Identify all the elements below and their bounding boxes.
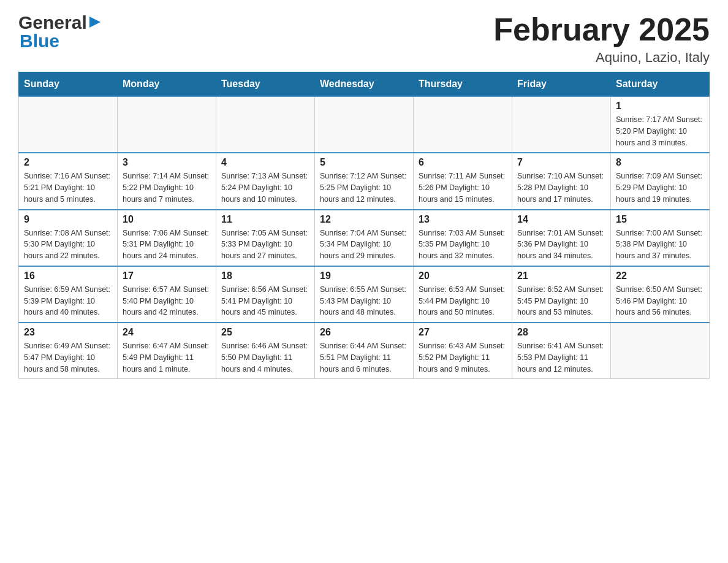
logo: General Blue [18,12,102,52]
day-info: Sunrise: 6:50 AM Sunset: 5:46 PM Dayligh… [616,284,704,318]
day-info: Sunrise: 6:56 AM Sunset: 5:41 PM Dayligh… [221,284,309,318]
calendar-cell: 17Sunrise: 6:57 AM Sunset: 5:40 PM Dayli… [118,266,216,323]
calendar-cell [216,96,315,153]
day-info: Sunrise: 6:57 AM Sunset: 5:40 PM Dayligh… [123,284,211,318]
calendar-header-saturday: Saturday [611,72,710,97]
day-info: Sunrise: 7:01 AM Sunset: 5:36 PM Dayligh… [517,228,605,262]
day-info: Sunrise: 6:47 AM Sunset: 5:49 PM Dayligh… [123,340,211,375]
logo-general: General [18,12,87,33]
day-number: 14 [517,214,605,225]
calendar-cell: 18Sunrise: 6:56 AM Sunset: 5:41 PM Dayli… [216,266,315,323]
day-number: 4 [221,157,309,168]
day-number: 20 [419,270,507,282]
location: Aquino, Lazio, Italy [493,50,710,66]
calendar-cell [414,96,512,153]
calendar-header-thursday: Thursday [414,72,512,97]
calendar-cell: 4Sunrise: 7:13 AM Sunset: 5:24 PM Daylig… [216,153,315,209]
calendar-week-row: 1Sunrise: 7:17 AM Sunset: 5:20 PM Daylig… [19,96,710,153]
day-number: 9 [24,214,112,225]
day-info: Sunrise: 7:13 AM Sunset: 5:24 PM Dayligh… [221,170,309,205]
day-number: 6 [419,157,507,168]
day-info: Sunrise: 6:49 AM Sunset: 5:47 PM Dayligh… [24,340,112,375]
day-info: Sunrise: 7:16 AM Sunset: 5:21 PM Dayligh… [24,170,112,205]
day-info: Sunrise: 6:53 AM Sunset: 5:44 PM Dayligh… [419,284,507,318]
day-info: Sunrise: 7:05 AM Sunset: 5:33 PM Dayligh… [221,228,309,262]
logo-triangle-icon [88,15,102,29]
calendar-cell: 10Sunrise: 7:06 AM Sunset: 5:31 PM Dayli… [118,210,216,266]
calendar-cell: 15Sunrise: 7:00 AM Sunset: 5:38 PM Dayli… [611,210,710,266]
day-number: 18 [221,270,309,282]
day-info: Sunrise: 6:44 AM Sunset: 5:51 PM Dayligh… [320,340,408,375]
day-info: Sunrise: 6:59 AM Sunset: 5:39 PM Dayligh… [24,284,112,318]
calendar-cell: 20Sunrise: 6:53 AM Sunset: 5:44 PM Dayli… [414,266,512,323]
day-number: 5 [320,157,408,168]
day-number: 17 [123,270,211,282]
page-header: General Blue February 2025 Aquino, Lazio… [18,12,710,66]
day-number: 19 [320,270,408,282]
day-number: 13 [419,214,507,225]
calendar-cell: 21Sunrise: 6:52 AM Sunset: 5:45 PM Dayli… [512,266,611,323]
day-number: 1 [616,101,704,112]
day-number: 25 [221,327,309,338]
day-number: 11 [221,214,309,225]
calendar-cell: 2Sunrise: 7:16 AM Sunset: 5:21 PM Daylig… [19,153,118,209]
calendar-cell: 9Sunrise: 7:08 AM Sunset: 5:30 PM Daylig… [19,210,118,266]
calendar-cell: 8Sunrise: 7:09 AM Sunset: 5:29 PM Daylig… [611,153,710,209]
day-info: Sunrise: 6:46 AM Sunset: 5:50 PM Dayligh… [221,340,309,375]
calendar-cell: 3Sunrise: 7:14 AM Sunset: 5:22 PM Daylig… [118,153,216,209]
svg-marker-0 [89,17,100,28]
day-info: Sunrise: 7:03 AM Sunset: 5:35 PM Dayligh… [419,228,507,262]
day-number: 26 [320,327,408,338]
calendar-cell [611,323,710,379]
day-info: Sunrise: 7:04 AM Sunset: 5:34 PM Dayligh… [320,228,408,262]
day-info: Sunrise: 7:10 AM Sunset: 5:28 PM Dayligh… [517,170,605,205]
day-info: Sunrise: 7:12 AM Sunset: 5:25 PM Dayligh… [320,170,408,205]
calendar-cell: 25Sunrise: 6:46 AM Sunset: 5:50 PM Dayli… [216,323,315,379]
calendar-cell [118,96,216,153]
day-number: 28 [517,327,605,338]
month-title: February 2025 [493,12,710,47]
logo-blue: Blue [20,31,59,52]
calendar-cell [512,96,611,153]
calendar-cell: 1Sunrise: 7:17 AM Sunset: 5:20 PM Daylig… [611,96,710,153]
calendar-header-row: SundayMondayTuesdayWednesdayThursdayFrid… [19,72,710,97]
day-number: 21 [517,270,605,282]
calendar-cell: 27Sunrise: 6:43 AM Sunset: 5:52 PM Dayli… [414,323,512,379]
calendar-header-tuesday: Tuesday [216,72,315,97]
calendar-header-friday: Friday [512,72,611,97]
calendar-cell: 26Sunrise: 6:44 AM Sunset: 5:51 PM Dayli… [315,323,414,379]
calendar-header-sunday: Sunday [19,72,118,97]
calendar-cell: 28Sunrise: 6:41 AM Sunset: 5:53 PM Dayli… [512,323,611,379]
day-number: 23 [24,327,112,338]
day-info: Sunrise: 6:43 AM Sunset: 5:52 PM Dayligh… [419,340,507,375]
calendar-week-row: 2Sunrise: 7:16 AM Sunset: 5:21 PM Daylig… [19,153,710,209]
day-number: 8 [616,157,704,168]
day-info: Sunrise: 7:08 AM Sunset: 5:30 PM Dayligh… [24,228,112,262]
day-info: Sunrise: 7:06 AM Sunset: 5:31 PM Dayligh… [123,228,211,262]
calendar-cell: 14Sunrise: 7:01 AM Sunset: 5:36 PM Dayli… [512,210,611,266]
day-number: 3 [123,157,211,168]
calendar-cell [19,96,118,153]
day-number: 16 [24,270,112,282]
day-info: Sunrise: 7:11 AM Sunset: 5:26 PM Dayligh… [419,170,507,205]
calendar-cell: 22Sunrise: 6:50 AM Sunset: 5:46 PM Dayli… [611,266,710,323]
day-info: Sunrise: 7:00 AM Sunset: 5:38 PM Dayligh… [616,228,704,262]
day-info: Sunrise: 7:14 AM Sunset: 5:22 PM Dayligh… [123,170,211,205]
calendar-cell [315,96,414,153]
day-info: Sunrise: 6:55 AM Sunset: 5:43 PM Dayligh… [320,284,408,318]
calendar-cell: 5Sunrise: 7:12 AM Sunset: 5:25 PM Daylig… [315,153,414,209]
calendar-header-monday: Monday [118,72,216,97]
calendar-table: SundayMondayTuesdayWednesdayThursdayFrid… [18,72,710,379]
day-number: 15 [616,214,704,225]
day-number: 7 [517,157,605,168]
calendar-week-row: 9Sunrise: 7:08 AM Sunset: 5:30 PM Daylig… [19,210,710,266]
day-number: 12 [320,214,408,225]
calendar-cell: 23Sunrise: 6:49 AM Sunset: 5:47 PM Dayli… [19,323,118,379]
title-section: February 2025 Aquino, Lazio, Italy [493,12,710,66]
day-number: 24 [123,327,211,338]
calendar-cell: 11Sunrise: 7:05 AM Sunset: 5:33 PM Dayli… [216,210,315,266]
day-info: Sunrise: 6:52 AM Sunset: 5:45 PM Dayligh… [517,284,605,318]
day-info: Sunrise: 6:41 AM Sunset: 5:53 PM Dayligh… [517,340,605,375]
calendar-header-wednesday: Wednesday [315,72,414,97]
calendar-cell: 13Sunrise: 7:03 AM Sunset: 5:35 PM Dayli… [414,210,512,266]
